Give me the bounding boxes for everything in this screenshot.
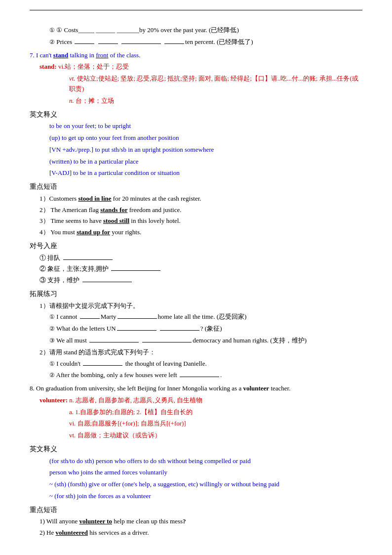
- item7-fill-intro: 2）请用 stand 的适当形式完成下列句子：: [39, 347, 362, 358]
- item8-sentence: 8. On graduation from university, she le…: [30, 384, 362, 394]
- item7-fill-sentences: ① I couldn't the thought of leaving Dani…: [49, 359, 362, 381]
- item8-word-entry: volunteer: n. 志愿者, 自愿参加者, 志愿兵,义勇兵, 自生植物 …: [39, 395, 362, 441]
- item7-word-entry: stand: vi.站；坐落；处于；忍受 vt. 使站立;使站起; 坚放; 忍受…: [39, 62, 362, 106]
- item7-pos3: n. 台；摊；立场: [69, 96, 362, 106]
- item7-eng-defs: to be on your feet; to be upright (up) t…: [49, 121, 362, 178]
- item7-key-phrases-label: 重点短语: [30, 181, 362, 192]
- item8-key-phrases: 1) Will anyone volunteer to help me clea…: [30, 516, 362, 538]
- item7-sentence: 7. I can't stand talking in front of the…: [30, 50, 362, 61]
- item7-eng-label: 英文释义: [30, 109, 362, 120]
- item7-pos1: stand: vi.站；坐落；处于；忍受: [39, 62, 362, 72]
- exercise-section: ① ① Costs_____ ______ _______by 20% over…: [49, 25, 362, 47]
- exercise-line2: ② Prices ten percent. (已经降低了): [49, 37, 362, 47]
- item7-expand-sentences: ① I cannot Martyhome late all the time. …: [49, 312, 362, 345]
- item8-section: 8. On graduation from university, she le…: [30, 384, 362, 538]
- item7-section: 7. I can't stand talking in front of the…: [30, 50, 362, 381]
- item7-match-items: ① 排队 ② 象征，主张;支持,拥护 ③ 支持，维护: [30, 253, 362, 286]
- item7-expand-intro: 1）请根据中文提示完成下列句子。: [39, 301, 362, 311]
- item7-expand-label: 拓展练习: [30, 289, 362, 299]
- item7-match-label: 对号入座: [30, 241, 362, 252]
- item8-eng-label: 英文释义: [30, 444, 362, 455]
- exercise-line1: ① ① Costs_____ ______ _______by 20% over…: [49, 25, 362, 36]
- item8-key-phrases-label: 重点短语: [30, 505, 362, 515]
- item7-key-phrases: 1）Customers stood in line for 20 minutes…: [30, 194, 362, 238]
- top-divider: [30, 10, 362, 10]
- item7-pos2: vt. 使站立;使站起; 坚放; 忍受,容忍; 抵抗;坚持; 面对, 面临; 经…: [69, 74, 362, 94]
- item8-eng-defs: (for sth/to do sth) person who offers to…: [49, 456, 362, 502]
